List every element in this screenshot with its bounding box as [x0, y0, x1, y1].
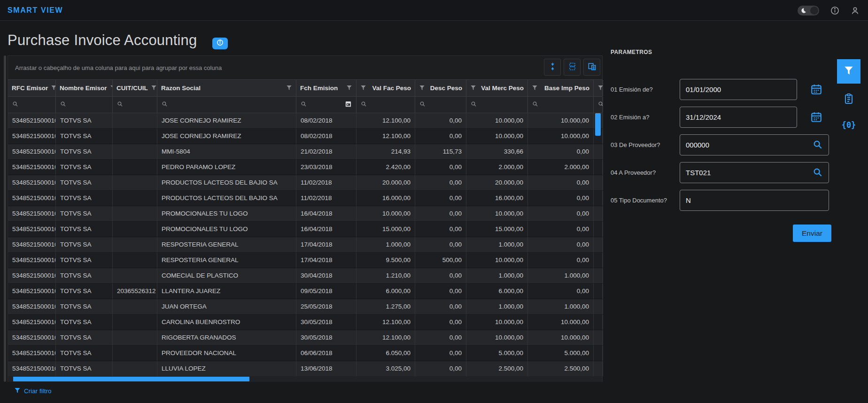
- search-icon[interactable]: [813, 167, 823, 179]
- table-row[interactable]: 53485215000106TOTVS SAMMI-580421/02/2018…: [8, 144, 602, 160]
- table-row[interactable]: 53485215000106TOTVS SARESPOSTERIA GENERA…: [8, 253, 602, 268]
- table-cell: 5.000,00: [528, 346, 594, 361]
- column-header-nombre-emisor[interactable]: Nombre Emisor: [56, 80, 113, 96]
- table-cell: 53485215000106: [8, 191, 56, 206]
- column-header-fch-emision[interactable]: Fch Emision: [296, 80, 356, 96]
- table-row[interactable]: 53485215000106TOTVS SACAROLINA BUENROSTR…: [8, 315, 602, 330]
- clipboard-tab-button[interactable]: [837, 90, 860, 109]
- column-header-base-imp-peso[interactable]: Base Imp Peso: [528, 80, 594, 96]
- param-field: 02 Emisión a?: [611, 107, 831, 128]
- table-cell: 0,00: [415, 222, 466, 237]
- info-circle-icon[interactable]: [830, 6, 839, 15]
- table-row[interactable]: 53485215000106TOTVS SALLUVIA LOPEZ13/06/…: [8, 361, 602, 377]
- column-header-razon-social[interactable]: Razon Social: [157, 80, 296, 96]
- table-row[interactable]: 53485215000106TOTVS SACOMECIAL DE PLASTI…: [8, 268, 602, 284]
- search-icon[interactable]: [361, 101, 367, 109]
- filter-icon[interactable]: [346, 85, 352, 92]
- table-row[interactable]: 53485215000106TOTVS SARESPOSTERIA GENERA…: [8, 237, 602, 253]
- submit-button[interactable]: Enviar: [793, 225, 831, 242]
- filter-icon[interactable]: [419, 85, 425, 92]
- horizontal-scrollbar[interactable]: [8, 376, 602, 382]
- table-row[interactable]: 53485215000106TOTVS SARIGOBERTA GRANADOS…: [8, 330, 602, 346]
- table-row[interactable]: 53485215000106TOTVS SAPROMOCIONALES TU L…: [8, 222, 602, 237]
- search-icon[interactable]: [60, 101, 66, 109]
- column-search-cell[interactable]: [113, 97, 157, 113]
- filter-icon[interactable]: [286, 85, 292, 92]
- filter-icon[interactable]: [151, 85, 157, 92]
- dark-mode-toggle[interactable]: [798, 6, 819, 16]
- column-search-cell[interactable]: [466, 97, 528, 113]
- page-scrollbar[interactable]: [4, 55, 6, 382]
- export-xlsx-button[interactable]: xlsx: [564, 59, 581, 76]
- calendar-icon[interactable]: [810, 83, 822, 97]
- column-search-cell[interactable]: [296, 97, 356, 113]
- table-row[interactable]: 53485215000106TOTVS SAJUAN ORTEGA25/05/2…: [8, 299, 602, 315]
- table-row[interactable]: 53485215000106TOTVS SAPEDRO PARAMO LOPEZ…: [8, 160, 602, 175]
- column-header-desc-peso[interactable]: Desc Peso: [415, 80, 466, 96]
- vertical-scrollbar-thumb[interactable]: [595, 113, 601, 136]
- table-row[interactable]: 53485215000106TOTVS SAJOSE CORNEJO RAMIR…: [8, 129, 602, 144]
- table-cell: 1.000,00: [466, 268, 528, 284]
- table-row[interactable]: 53485215000106TOTVS SAPROMOCIONALES TU L…: [8, 206, 602, 222]
- user-icon[interactable]: [851, 6, 860, 15]
- param-input[interactable]: [680, 79, 797, 100]
- data-grid: Arrastar o cabeçalho de uma coluna para …: [8, 55, 603, 382]
- column-header-rfc-emisor[interactable]: RFC Emisor: [8, 80, 56, 96]
- table-cell: [113, 330, 157, 346]
- column-search-cell[interactable]: [415, 97, 466, 113]
- param-input[interactable]: [680, 134, 829, 155]
- search-icon[interactable]: [117, 101, 123, 109]
- collapse-rows-button[interactable]: [544, 59, 561, 76]
- column-chooser-button[interactable]: [583, 59, 600, 76]
- search-icon[interactable]: [162, 101, 168, 109]
- search-icon[interactable]: [12, 101, 18, 109]
- group-panel[interactable]: Arrastar o cabeçalho de uma coluna para …: [8, 56, 602, 79]
- create-filter-button[interactable]: Criar filtro: [14, 387, 52, 395]
- table-row[interactable]: 53485215000106TOTVS SAPROVEEDOR NACIONAL…: [8, 346, 602, 361]
- vertical-scrollbar[interactable]: [595, 113, 601, 377]
- column-search-cell[interactable]: [56, 97, 113, 113]
- search-icon[interactable]: [598, 101, 603, 109]
- table-row[interactable]: 53485215000106TOTVS SAPRODUCTOS LACTEOS …: [8, 191, 602, 206]
- table-cell: TOTVS SA: [56, 160, 113, 175]
- column-header-stub[interactable]: [594, 80, 603, 96]
- column-search-cell[interactable]: [356, 97, 415, 113]
- filter-icon[interactable]: [360, 85, 366, 92]
- column-header-val-fac-peso[interactable]: Val Fac Peso: [356, 80, 415, 96]
- table-row[interactable]: 53485215000106TOTVS SA20365526312LLANTER…: [8, 284, 602, 299]
- table-cell: 9.500,00: [356, 253, 415, 268]
- table-row[interactable]: 53485215000106TOTVS SAJOSE CORNEJO RAMIR…: [8, 113, 602, 129]
- column-search-cell[interactable]: [157, 97, 296, 113]
- brand-logo[interactable]: SMART VIEW: [8, 0, 63, 21]
- column-header-cuit-cuil[interactable]: CUIT/CUIL: [113, 80, 157, 96]
- table-cell: 10.000,00: [528, 129, 594, 144]
- table-row[interactable]: 53485215000106TOTVS SAPRODUCTOS LACTEOS …: [8, 175, 602, 191]
- search-icon[interactable]: [813, 140, 823, 152]
- table-cell: 1.000,00: [528, 268, 594, 284]
- table-cell: 53485215000106: [8, 253, 56, 268]
- search-icon[interactable]: [419, 101, 426, 109]
- column-search-cell[interactable]: [594, 97, 603, 113]
- param-input[interactable]: [680, 190, 829, 211]
- filter-icon[interactable]: [51, 85, 56, 92]
- table-cell: 0,00: [415, 346, 466, 361]
- param-input[interactable]: [680, 107, 797, 128]
- grid-toolbar: xlsx: [544, 59, 600, 76]
- calendar-icon[interactable]: [810, 111, 822, 125]
- horizontal-scrollbar-thumb[interactable]: [13, 377, 249, 381]
- filter-tab-button[interactable]: [837, 59, 860, 84]
- braces-tab-button[interactable]: {0}: [837, 116, 860, 134]
- calendar-icon[interactable]: [345, 101, 352, 109]
- table-cell: LLANTERA JUAREZ: [157, 284, 296, 299]
- param-input[interactable]: [680, 162, 829, 183]
- info-button[interactable]: [212, 38, 228, 49]
- filter-icon[interactable]: [597, 85, 603, 92]
- search-icon[interactable]: [471, 101, 477, 109]
- search-icon[interactable]: [301, 101, 307, 109]
- search-icon[interactable]: [532, 101, 538, 109]
- column-header-val-merc-peso[interactable]: Val Merc Peso: [466, 80, 528, 96]
- filter-icon[interactable]: [532, 85, 538, 92]
- column-search-cell[interactable]: [528, 97, 594, 113]
- column-search-cell[interactable]: [8, 97, 56, 113]
- filter-icon[interactable]: [470, 85, 476, 92]
